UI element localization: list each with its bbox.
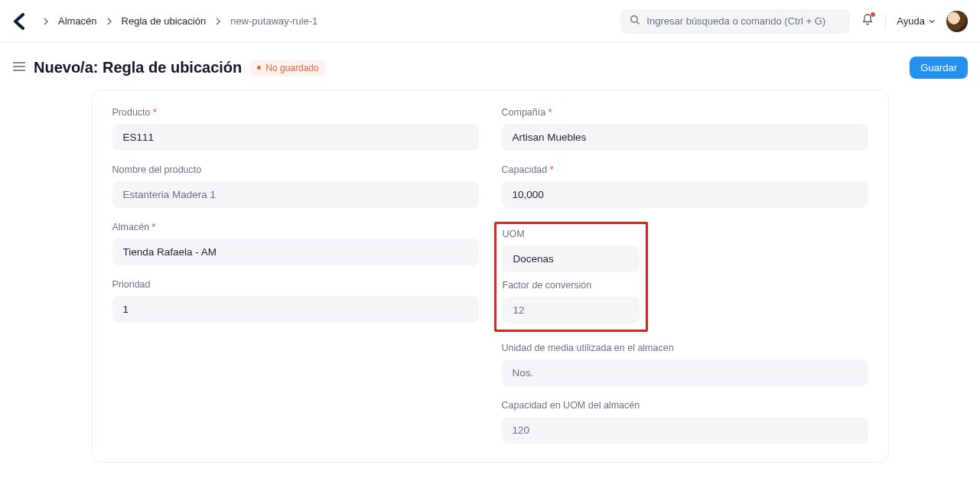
unsaved-label: No guardado — [265, 63, 318, 73]
search-input[interactable]: Ingresar búsqueda o comando (Ctrl + G) — [620, 9, 850, 34]
input-company[interactable]: Artisan Muebles — [502, 124, 868, 151]
highlight-annotation: UOM Docenas Factor de conversión 12 — [494, 222, 648, 332]
notifications-button[interactable] — [861, 13, 874, 29]
input-uom[interactable]: Docenas — [503, 245, 640, 272]
label-company: Compañía — [502, 107, 868, 118]
field-warehouse: Almacén Tienda Rafaela - AM — [112, 222, 479, 265]
sidebar-toggle-button[interactable] — [12, 61, 26, 74]
topbar-right: Ingresar búsqueda o comando (Ctrl + G) A… — [620, 9, 968, 34]
form-card: Producto ES111 Nombre del producto Estan… — [92, 89, 889, 463]
label-warehouse: Almacén — [112, 222, 479, 232]
input-product[interactable]: ES111 — [112, 124, 479, 151]
label-product-name: Nombre del producto — [112, 164, 479, 175]
field-capacity: Capacidad 10,000 — [502, 164, 868, 208]
field-stock-uom: Unidad de media utilizada en el almacen … — [502, 343, 868, 386]
value-product-name: Estanteria Madera 1 — [112, 181, 479, 208]
input-capacity[interactable]: 10,000 — [502, 181, 868, 208]
chevron-down-icon — [928, 18, 936, 25]
app-logo-icon[interactable] — [12, 13, 26, 30]
save-button[interactable]: Guardar — [910, 57, 968, 79]
label-stock-uom: Unidad de media utilizada en el almacen — [502, 343, 868, 353]
label-capacity-stock-uom: Capacidad en UOM del almacén — [502, 400, 868, 411]
breadcrumb-item-putaway-rule[interactable]: Regla de ubicación — [117, 12, 211, 30]
form-column-right: Compañía Artisan Muebles Capacidad 10,00… — [502, 107, 868, 444]
breadcrumb-item-warehouse[interactable]: Almacén — [54, 12, 102, 30]
value-capacity-stock-uom: 120 — [502, 417, 868, 444]
label-priority: Prioridad — [112, 279, 479, 290]
help-label: Ayuda — [897, 15, 925, 27]
chevron-right-icon — [41, 17, 50, 26]
vertical-divider — [885, 14, 886, 29]
search-placeholder: Ingresar búsqueda o comando (Ctrl + G) — [646, 15, 825, 27]
form-column-left: Producto ES111 Nombre del producto Estan… — [112, 107, 479, 444]
chevron-right-icon — [213, 17, 223, 26]
svg-line-1 — [637, 21, 640, 24]
field-capacity-stock-uom: Capacidad en UOM del almacén 120 — [502, 400, 868, 444]
page-title: Nuevo/a: Regla de ubicación — [34, 59, 242, 76]
input-priority[interactable]: 1 — [112, 296, 479, 323]
svg-point-0 — [631, 16, 637, 22]
topbar-left: Almacén Regla de ubicación new-putaway-r… — [12, 12, 322, 30]
label-conversion-factor: Factor de conversión — [503, 280, 640, 291]
breadcrumb-item-current: new-putaway-rule-1 — [226, 12, 322, 30]
label-capacity: Capacidad — [502, 164, 868, 175]
value-conversion-factor: 12 — [503, 297, 640, 323]
search-icon — [630, 15, 640, 28]
input-warehouse[interactable]: Tienda Rafaela - AM — [112, 239, 479, 265]
chevron-right-icon — [105, 17, 114, 26]
label-product: Producto — [112, 107, 479, 118]
notification-dot-icon — [871, 12, 875, 17]
field-company: Compañía Artisan Muebles — [502, 107, 868, 151]
help-menu[interactable]: Ayuda — [897, 15, 936, 27]
topbar: Almacén Regla de ubicación new-putaway-r… — [0, 0, 980, 43]
field-product: Producto ES111 — [112, 107, 479, 151]
avatar[interactable] — [946, 11, 968, 32]
field-product-name: Nombre del producto Estanteria Madera 1 — [112, 164, 479, 208]
unsaved-badge: No guardado — [249, 60, 326, 76]
field-conversion-factor: Factor de conversión 12 — [503, 280, 640, 323]
page-header: Nuevo/a: Regla de ubicación No guardado … — [0, 43, 980, 89]
label-uom: UOM — [503, 229, 640, 239]
field-uom: UOM Docenas — [503, 229, 640, 272]
field-priority: Prioridad 1 — [112, 279, 479, 323]
value-stock-uom: Nos. — [502, 359, 868, 386]
page-header-left: Nuevo/a: Regla de ubicación No guardado — [12, 59, 327, 76]
